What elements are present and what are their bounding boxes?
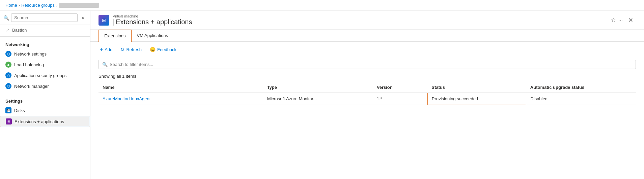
refresh-label: Refresh [126,47,142,52]
add-label: Add [105,47,112,52]
content-area: ⊞ Virtual machine | Extensions + applica… [90,11,644,179]
sidebar-item-load-balancing[interactable]: ◆ Load balancing [0,59,90,70]
tab-vm-applications[interactable]: VM Applications [132,30,174,41]
network-settings-icon: ⬡ [5,51,11,57]
feedback-button[interactable]: 😊 Feedback [148,45,178,53]
extension-status-cell: Provisioning succeeded [427,93,526,105]
breadcrumb-sep-1: › [19,3,20,8]
refresh-icon: ↻ [120,47,124,52]
sidebar-content: ↗ Bastion Networking ⬡ Network settings … [0,25,90,179]
breadcrumb-vm-name [59,3,99,8]
filter-input[interactable] [110,62,632,67]
breadcrumb-resource-groups[interactable]: Resource groups [21,3,55,8]
sidebar-item-disks[interactable]: 💾 Disks [0,105,90,116]
refresh-button[interactable]: ↻ Refresh [119,45,143,53]
col-header-type: Type [263,82,373,93]
tabs-bar: Extensions VM Applications [90,30,644,42]
sidebar-item-extensions[interactable]: ⊞ Extensions + applications [0,116,90,127]
sidebar: 🔍 « ↗ Bastion Networking ⬡ Network setti… [0,11,90,179]
breadcrumb-home[interactable]: Home [5,3,17,8]
showing-label: Showing all 1 items [99,72,636,82]
filter-bar: 🔍 [90,57,644,72]
search-input[interactable] [11,13,78,22]
filter-input-wrap: 🔍 [99,60,636,69]
add-button[interactable]: + Add [99,45,114,54]
table-wrap: Showing all 1 items Name Type Version St… [90,72,644,179]
load-balancing-icon: ◆ [5,62,11,68]
breadcrumb: Home › Resource groups › [0,0,644,11]
breadcrumb-sep-2: › [56,3,57,8]
toolbar: + Add ↻ Refresh 😊 Feedback [90,42,644,57]
feedback-label: Feedback [157,47,176,52]
table-row: AzureMonitorLinuxAgent Microsoft.Azure.M… [99,93,636,105]
table-body: AzureMonitorLinuxAgent Microsoft.Azure.M… [99,93,636,105]
bastion-icon: ↗ [5,27,9,33]
sidebar-item-extensions-label: Extensions + applications [15,119,64,124]
collapse-sidebar-button[interactable]: « [80,14,87,22]
sidebar-item-network-manager[interactable]: ⬡ Network manager [0,81,90,92]
header-actions: ☆ ··· ✕ [611,15,636,25]
sidebar-item-bastion-label: Bastion [12,28,27,33]
col-header-name: Name [99,82,263,93]
tab-extensions[interactable]: Extensions [99,30,132,42]
col-header-status: Status [427,82,526,93]
close-button[interactable]: ✕ [625,15,636,25]
network-manager-icon: ⬡ [5,83,11,89]
extension-version-cell: 1.* [373,93,428,105]
add-icon: + [100,46,103,52]
table-header: Name Type Version Status Automatic upgra… [99,82,636,93]
sidebar-search-bar: 🔍 « [0,11,90,25]
networking-section-header: Networking [0,38,90,48]
more-options-button[interactable]: ··· [618,17,623,23]
sidebar-item-load-balancing-label: Load balancing [14,62,44,67]
settings-section-header: Settings [0,95,90,105]
col-header-auto-upgrade: Automatic upgrade status [526,82,636,93]
sidebar-item-app-security-groups-label: Application security groups [14,73,66,78]
sidebar-divider-networking [0,36,90,37]
extension-name-cell[interactable]: AzureMonitorLinuxAgent [99,93,263,105]
extension-auto-upgrade-cell: Disabled [526,93,636,105]
vm-icon: ⊞ [99,15,109,26]
vm-label: Virtual machine [113,14,192,18]
sidebar-item-network-manager-label: Network manager [14,84,49,89]
app-security-groups-icon: ⬡ [5,72,11,78]
disks-icon: 💾 [5,107,11,113]
page-header: ⊞ Virtual machine | Extensions + applica… [90,11,644,30]
page-title: Extensions + applications [116,18,192,26]
sidebar-item-disks-label: Disks [14,108,25,113]
filter-search-icon: 🔍 [102,62,108,67]
search-icon: 🔍 [3,15,9,21]
sidebar-item-bastion[interactable]: ↗ Bastion [0,25,90,35]
sidebar-item-network-settings[interactable]: ⬡ Network settings [0,48,90,59]
feedback-icon: 😊 [150,47,156,52]
sidebar-divider-settings [0,93,90,93]
col-header-version: Version [373,82,428,93]
extensions-icon: ⊞ [6,118,12,124]
favorite-button[interactable]: ☆ [611,17,616,23]
extension-type-cell: Microsoft.Azure.Monitor... [263,93,373,105]
sidebar-item-app-security-groups[interactable]: ⬡ Application security groups [0,70,90,81]
sidebar-item-network-settings-label: Network settings [14,51,47,57]
extensions-table: Name Type Version Status Automatic upgra… [99,82,636,105]
